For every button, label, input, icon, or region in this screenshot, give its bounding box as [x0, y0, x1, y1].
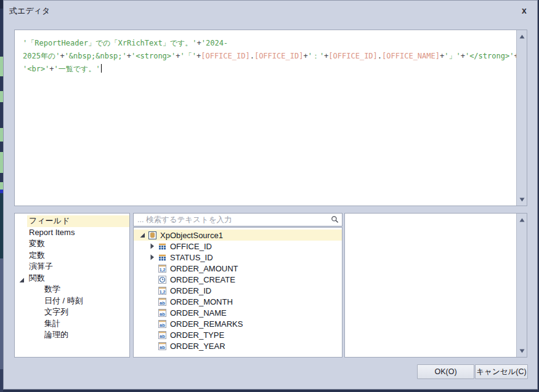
- svg-text:1,2: 1,2: [160, 289, 166, 294]
- svg-text:ab: ab: [160, 311, 165, 316]
- tree-item[interactable]: 1,2ORDER_AMOUNT: [134, 263, 342, 274]
- category-label: 演算子: [27, 262, 53, 271]
- category-item[interactable]: 日付 / 時刻: [27, 295, 129, 307]
- number-icon: 1,2: [158, 287, 166, 295]
- expression-editor-box[interactable]: '「ReportHeader」での「XrRichText」です。'+'2024-…: [14, 30, 527, 206]
- tree-item[interactable]: abORDER_MONTH: [134, 296, 342, 307]
- expression-token: +: [461, 52, 465, 60]
- tree-item-label: XpObjectSource1: [160, 231, 223, 240]
- description-scrollbar[interactable]: [516, 214, 527, 357]
- expression-token: '」': [444, 52, 460, 60]
- close-icon[interactable]: x: [519, 5, 530, 16]
- table-icon: [158, 254, 166, 262]
- category-item[interactable]: 数学: [27, 284, 129, 295]
- expression-token: '2024-: [201, 39, 228, 47]
- expander-spacer: [149, 309, 158, 316]
- category-label: 集計: [27, 319, 60, 328]
- expression-token: 2025年の': [23, 52, 60, 60]
- tree-item[interactable]: OFFICE_ID: [134, 241, 342, 252]
- search-input[interactable]: [133, 213, 342, 226]
- expression-token: '：: [308, 52, 320, 60]
- expander-spacer: [149, 331, 158, 338]
- category-item[interactable]: 定数: [27, 250, 129, 262]
- expression-line: 2025年の'+'&nbsp;&nbsp;'+'<strong>'+'「'+[O…: [23, 50, 514, 63]
- expression-token: '一覧です。': [54, 65, 100, 73]
- svg-text:ab: ab: [160, 333, 165, 338]
- expression-token: +: [60, 52, 64, 60]
- category-label: 定数: [27, 250, 45, 260]
- expander-spacer: [149, 298, 158, 305]
- expression-token: .: [250, 52, 254, 60]
- expression-token: [OFFICE_ID]: [254, 52, 303, 60]
- cancel-button[interactable]: キャンセル(C): [475, 364, 528, 379]
- category-item[interactable]: 関数: [27, 273, 129, 284]
- category-item[interactable]: フィールド: [27, 215, 129, 227]
- expression-token: '「ReportHeader」での「XrRichText」です。': [23, 39, 197, 47]
- tree-item[interactable]: abORDER_TYPE: [134, 329, 342, 340]
- tree-item[interactable]: 1,2ORDER_ID: [134, 285, 342, 296]
- expression-token: +: [176, 52, 180, 60]
- tree-item-label: ORDER_MONTH: [170, 297, 233, 306]
- expander-spacer: [149, 265, 158, 272]
- tree-item-label: ORDER_YEAR: [170, 342, 225, 351]
- tree-item[interactable]: STATUS_ID: [134, 252, 342, 263]
- category-label: 論理的: [27, 330, 68, 339]
- expression-text[interactable]: '「ReportHeader」での「XrRichText」です。'+'2024-…: [15, 30, 516, 206]
- table-icon: [158, 242, 166, 250]
- category-label: 数学: [27, 284, 60, 294]
- tree-item-label: ORDER_ID: [170, 286, 211, 295]
- ok-button[interactable]: OK(O): [417, 364, 474, 379]
- tree-item[interactable]: XpObjectSource1: [134, 230, 342, 241]
- category-item[interactable]: 変数: [27, 238, 129, 250]
- expression-token: +: [303, 52, 307, 60]
- scroll-up-arrow-icon[interactable]: [517, 31, 527, 41]
- scroll-up-arrow-icon[interactable]: [517, 215, 527, 225]
- tree-item[interactable]: abORDER_REMARKS: [134, 318, 342, 329]
- tree-item-label: ORDER_NAME: [170, 308, 227, 318]
- text-icon: ab: [158, 298, 166, 306]
- expression-token: '<br>': [23, 65, 49, 73]
- tree-item-label: OFFICE_ID: [170, 242, 212, 251]
- tree-item[interactable]: abORDER_NAME: [134, 307, 342, 318]
- category-item[interactable]: 論理的: [27, 329, 129, 341]
- tree-item-label: ORDER_CREATE: [170, 275, 235, 284]
- number-icon: 1,2: [158, 265, 166, 273]
- expression-scrollbar[interactable]: [516, 30, 527, 206]
- dialog-title: 式エディタ: [9, 6, 50, 17]
- expander-spacer: [149, 276, 158, 283]
- expression-token: [OFFICE_ID]: [201, 52, 249, 60]
- category-label: フィールド: [27, 216, 70, 225]
- expander-spacer: [149, 342, 158, 350]
- expression-token: '</strong>': [465, 52, 514, 60]
- expanded-arrow-icon[interactable]: [139, 231, 148, 239]
- tree-item[interactable]: ORDER_CREATE: [134, 274, 342, 285]
- fields-tree: XpObjectSource1OFFICE_IDSTATUS_ID1,2ORDE…: [133, 227, 342, 358]
- collapsed-arrow-icon[interactable]: [149, 242, 158, 250]
- expression-token: +: [197, 39, 201, 47]
- svg-text:ab: ab: [160, 344, 165, 350]
- expanded-arrow-icon[interactable]: [18, 275, 25, 281]
- collapsed-arrow-icon[interactable]: [149, 254, 158, 261]
- scroll-down-arrow-icon[interactable]: [517, 194, 527, 204]
- tree-item[interactable]: abORDER_YEAR: [134, 340, 342, 351]
- category-list: フィールドReport Items変数定数演算子関数数学日付 / 時刻文字列集計…: [14, 213, 130, 358]
- category-item[interactable]: 文字列: [27, 306, 129, 318]
- svg-text:1,2: 1,2: [160, 267, 166, 272]
- database-icon: [148, 231, 156, 239]
- expander-spacer: [149, 287, 158, 294]
- expression-token: '&nbsp;&nbsp;': [65, 52, 127, 60]
- expression-token: '「': [180, 52, 197, 60]
- svg-text:ab: ab: [160, 300, 165, 305]
- category-item[interactable]: 集計: [27, 318, 129, 330]
- text-caret: [101, 64, 102, 73]
- category-item[interactable]: Report Items: [27, 227, 129, 239]
- scroll-down-arrow-icon[interactable]: [517, 346, 527, 356]
- category-label: 文字列: [27, 307, 68, 316]
- category-label: 関数: [27, 273, 45, 282]
- expander-spacer: [149, 320, 158, 327]
- search-icon[interactable]: [331, 215, 339, 224]
- expression-line: '「ReportHeader」での「XrRichText」です。'+'2024-: [23, 37, 514, 50]
- search-box: [133, 213, 342, 226]
- tree-item-label: ORDER_REMARKS: [170, 319, 243, 329]
- category-item[interactable]: 演算子: [27, 261, 129, 273]
